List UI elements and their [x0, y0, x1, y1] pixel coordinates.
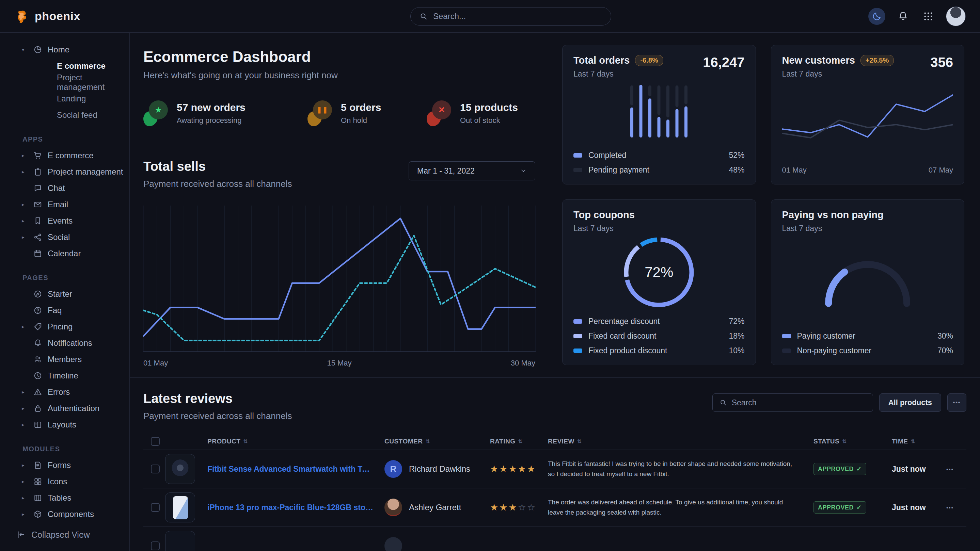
sidebar-subitem-social-feed[interactable]: Social feed [0, 107, 129, 123]
legend-value: 48% [729, 165, 745, 175]
stat-text: 57 new ordersAwating processing [177, 102, 245, 125]
sidebar-item-errors[interactable]: ▸Errors [0, 384, 129, 400]
column-header-customer[interactable]: CUSTOMER⇅ [385, 438, 490, 445]
sidebar-item-social[interactable]: ▸Social [0, 229, 129, 245]
sidebar-item-label: Email [48, 200, 68, 209]
sidebar-item-label: Layouts [48, 420, 76, 429]
sidebar-item-faq[interactable]: Faq [0, 302, 129, 319]
sidebar-item-starter[interactable]: Starter [0, 286, 129, 302]
chat-icon [33, 184, 42, 193]
column-header-time[interactable]: TIME⇅ [892, 438, 939, 445]
grid-icon [33, 477, 42, 486]
sort-icon: ⇅ [243, 438, 248, 445]
sidebar-item-label: Tables [48, 493, 71, 503]
x-tick-label: 15 May [327, 359, 352, 368]
date-range-select[interactable]: Mar 1 - 31, 2022 [409, 161, 535, 180]
all-products-button[interactable]: All products [879, 394, 941, 412]
legend-swatch [782, 348, 791, 353]
apps-menu-button[interactable] [921, 9, 936, 24]
sidebar-item-e-commerce[interactable]: ▸E commerce [0, 148, 129, 164]
customer-cell: Ashley Garrett [385, 499, 490, 516]
sidebar-item-notifications[interactable]: Notifications [0, 335, 129, 351]
x-tick-label: 01 May [143, 359, 168, 368]
product-link[interactable]: iPhone 13 pro max-Pacific Blue-128GB sto… [207, 503, 385, 512]
collapsed-view-toggle[interactable]: Collapsed View [0, 518, 129, 551]
sidebar-item-timeline[interactable]: Timeline [0, 368, 129, 384]
global-search-input[interactable] [433, 11, 602, 21]
bell-icon [33, 339, 42, 348]
brand[interactable]: phoenix [14, 8, 80, 24]
sidebar-item-home[interactable]: ▾Home [0, 41, 129, 58]
sidebar-item-authentication[interactable]: ▸Authentication [0, 400, 129, 416]
status-badge: APPROVED✓ [813, 501, 866, 514]
theme-toggle-button[interactable] [868, 8, 885, 25]
legend-value: 10% [729, 346, 745, 355]
checkbox-cell [143, 541, 165, 550]
sidebar-item-label: Project management [48, 167, 123, 177]
sidebar-item-forms[interactable]: ▸Forms [0, 457, 129, 473]
sidebar-item-calendar[interactable]: Calendar [0, 245, 129, 262]
legend-swatch [573, 168, 582, 172]
sidebar-item-email[interactable]: ▸Email [0, 196, 129, 213]
table-icon [33, 494, 42, 502]
sidebar-subitem-project-management[interactable]: Project management [0, 74, 129, 91]
review-text: This Fitbit is fantastic! I was trying t… [548, 459, 813, 480]
sort-icon: ⇅ [910, 438, 915, 445]
paying-legend: Paying customer30%Non-paying customer70% [782, 326, 953, 355]
top-coupons-card: Top coupons Last 7 days 72% Percentage d… [562, 199, 756, 365]
collapse-icon [16, 530, 25, 539]
sidebar-item-icons[interactable]: ▸Icons [0, 473, 129, 490]
reviews-search-input[interactable] [732, 398, 866, 407]
global-search[interactable] [410, 7, 611, 25]
total-sells-chart: 01 May15 May30 May [143, 206, 535, 368]
new-customers-x-axis: 01 May 07 May [782, 160, 953, 175]
chevron-down-icon [520, 167, 527, 174]
row-checkbox[interactable] [151, 503, 160, 512]
sidebar-item-events[interactable]: ▸Events [0, 213, 129, 229]
column-header-product[interactable]: PRODUCT⇅ [207, 438, 385, 445]
notifications-button[interactable] [896, 9, 910, 24]
caret-right-icon: ▸ [22, 202, 28, 208]
rating-stars: ★★★★★ [490, 464, 548, 475]
caret-right-icon: ▸ [22, 218, 28, 224]
caret-right-icon: ▸ [22, 462, 28, 468]
card-title: Total orders [573, 55, 630, 66]
x-icon: ✕ [432, 100, 451, 119]
page-title: Ecommerce Dashboard [143, 48, 535, 65]
column-header-status[interactable]: STATUS⇅ [813, 438, 892, 445]
sidebar-subitem-landing[interactable]: Landing [0, 91, 129, 107]
reviews-search[interactable] [712, 394, 873, 412]
more-options-button[interactable]: ••• [947, 394, 966, 412]
column-header-rating[interactable]: RATING⇅ [490, 438, 548, 445]
file-icon [33, 461, 42, 470]
row-menu-button[interactable]: ••• [939, 466, 961, 472]
stat-text: 15 productsOut of stock [460, 102, 518, 125]
sidebar-item-label: Components [48, 510, 94, 518]
row-menu-button[interactable]: ••• [939, 505, 961, 510]
sidebar-item-project-management[interactable]: ▸Project management [0, 164, 129, 180]
change-badge: +26.5% [861, 55, 894, 66]
sidebar-item-chat[interactable]: Chat [0, 180, 129, 196]
customer-name: Richard Dawkins [409, 464, 470, 474]
select-all-checkbox[interactable] [151, 437, 160, 446]
sidebar-item-label: Timeline [48, 371, 78, 381]
status-label: APPROVED [818, 465, 854, 473]
sidebar-item-label: Forms [48, 460, 71, 470]
legend-label: Paying customer [797, 332, 855, 341]
product-link[interactable]: Fitbit Sense Advanced Smartwatch with To… [207, 465, 385, 474]
user-avatar[interactable] [946, 6, 966, 26]
row-checkbox[interactable] [151, 465, 160, 473]
sidebar-subitem-e-commerce[interactable]: E commerce [0, 58, 129, 74]
sidebar-item-members[interactable]: Members [0, 351, 129, 368]
column-header-review[interactable]: REVIEW⇅ [548, 438, 813, 445]
row-checkbox[interactable] [151, 541, 160, 550]
sidebar-item-pricing[interactable]: ▸Pricing [0, 319, 129, 335]
sidebar-item-layouts[interactable]: ▸Layouts [0, 416, 129, 433]
checkbox-cell [143, 465, 165, 473]
customer-cell: RRichard Dawkins [385, 460, 490, 478]
legend-label: Completed [589, 151, 626, 160]
stat-on-hold: ❚❚5 ordersOn hold [307, 100, 427, 126]
column-label: CUSTOMER [385, 438, 423, 445]
sidebar-item-tables[interactable]: ▸Tables [0, 490, 129, 506]
sidebar-item-components[interactable]: ▸Components [0, 506, 129, 518]
